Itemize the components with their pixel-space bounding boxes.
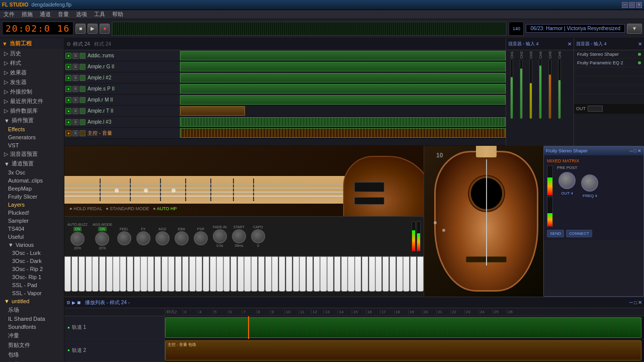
menu-channel[interactable]: 通道 — [38, 11, 52, 18]
plugin-item-4[interactable] — [574, 85, 644, 95]
maximize-button[interactable]: □ — [629, 2, 635, 8]
sidebar-item-fruity-slicer[interactable]: Fruity Slicer — [0, 193, 64, 201]
track-color-btn[interactable] — [79, 108, 86, 114]
track-solo-btn[interactable]: S — [72, 97, 78, 103]
sidebar-item-mixer-presets[interactable]: ▷ 混音器预置 — [0, 149, 64, 159]
knob[interactable] — [70, 232, 85, 246]
piano-white-key[interactable] — [417, 256, 424, 292]
knob[interactable] — [194, 231, 208, 245]
track-content[interactable] — [180, 83, 506, 94]
track-mute-btn[interactable]: ● — [65, 119, 71, 125]
sidebar-item-clips[interactable]: 剪贴文件 — [0, 340, 64, 350]
track-mute-btn[interactable]: ● — [65, 64, 71, 70]
piano-white-key[interactable] — [154, 256, 161, 292]
piano-white-key[interactable] — [410, 256, 417, 292]
sidebar-item-patterns[interactable]: ▷ 样式 — [0, 58, 64, 68]
piano-white-key[interactable] — [189, 256, 196, 292]
track-content[interactable] — [180, 128, 506, 138]
sidebar-item-sampler[interactable]: Sampler — [0, 217, 64, 225]
fader-track[interactable] — [558, 59, 561, 119]
fader-track[interactable] — [510, 59, 513, 119]
sidebar-item-effects[interactable]: ▷ 效果器 — [0, 68, 64, 77]
track-solo-btn[interactable]: S — [72, 86, 78, 92]
piano-white-key[interactable] — [127, 256, 133, 292]
playlist-min[interactable]: ─ — [629, 300, 633, 305]
piano-white-key[interactable] — [99, 256, 106, 292]
track-solo-btn[interactable]: S — [72, 108, 78, 114]
piano-white-key[interactable] — [113, 256, 119, 292]
sidebar-item-untitled[interactable]: ▼ untitled — [0, 297, 64, 305]
sidebar-item-beepmap[interactable]: BeepMap — [0, 185, 64, 193]
piano-white-key[interactable] — [223, 256, 230, 292]
track-mute-btn[interactable]: ● — [65, 97, 71, 103]
sidebar-item-plugin-db[interactable]: ▷ 插件数据库 — [0, 106, 64, 116]
playlist-close[interactable]: ✕ — [638, 300, 642, 305]
sidebar-item-rip2[interactable]: 3Osc - Rip 2 — [0, 265, 64, 273]
knob[interactable] — [117, 231, 131, 245]
fss-send-btn[interactable]: SEND — [547, 230, 564, 237]
fss-minimize[interactable]: ─ — [629, 148, 632, 153]
track-color-btn[interactable] — [79, 97, 86, 103]
track-content[interactable] — [180, 61, 506, 72]
piano-white-key[interactable] — [140, 256, 147, 292]
knob[interactable] — [232, 229, 246, 243]
piano-white-key[interactable] — [64, 256, 71, 292]
piano-white-key[interactable] — [403, 256, 410, 292]
piano-white-key[interactable] — [306, 256, 313, 292]
menu-options[interactable]: 选项 — [74, 11, 89, 18]
piano-white-key[interactable] — [162, 256, 168, 292]
piano-white-key[interactable] — [216, 256, 223, 292]
sidebar-item-envelope[interactable]: 包络 — [0, 350, 64, 359]
piano-white-key[interactable] — [320, 256, 327, 292]
plugin-item-2[interactable] — [574, 67, 644, 76]
stop-button[interactable]: ■ — [75, 24, 86, 34]
piano-white-key[interactable] — [244, 256, 251, 292]
sidebar-item-3xosc[interactable]: 3x Osc — [0, 168, 64, 176]
track-content[interactable] — [180, 72, 506, 83]
sidebar-item-stage[interactable]: 乐场 — [0, 305, 64, 315]
knob[interactable] — [136, 231, 150, 245]
play-button[interactable]: ▶ — [88, 24, 98, 34]
piano-white-key[interactable] — [196, 256, 202, 292]
sidebar-item-recent[interactable]: ▷ 最近所用文件 — [0, 97, 64, 106]
track-solo-btn[interactable]: S — [72, 53, 78, 59]
piano-white-key[interactable] — [134, 256, 140, 292]
track-solo-btn[interactable]: S — [72, 75, 78, 81]
sidebar-item-ssl-vapor[interactable]: SSL - Vapor — [0, 289, 64, 297]
piano-white-key[interactable] — [369, 256, 375, 292]
plugin-item-1[interactable]: Fruity Parametric EQ 2 — [574, 59, 644, 67]
sidebar-item-impulse[interactable]: 冲量 — [0, 331, 64, 340]
track-color-btn[interactable] — [79, 53, 86, 59]
sidebar-item-soundfonts[interactable]: Soundfonts — [0, 323, 64, 331]
on-label[interactable]: ON — [73, 227, 82, 231]
playlist-block[interactable] — [165, 317, 641, 338]
minimize-button[interactable]: ─ — [622, 2, 628, 8]
playlist-track-content[interactable]: 主控 - 音量 包络 — [165, 339, 644, 362]
sidebar-item-rip1[interactable]: 3Osc- Rip 1 — [0, 273, 64, 281]
track-solo-btn[interactable]: S — [72, 64, 78, 70]
sidebar-item-plucked[interactable]: Plucked! — [0, 209, 64, 217]
fader-track[interactable] — [520, 59, 523, 119]
menu-file[interactable]: 文件 — [2, 11, 16, 18]
knob[interactable] — [251, 229, 265, 243]
fss-close[interactable]: ✕ — [637, 148, 641, 153]
menu-audio[interactable]: 音量 — [56, 11, 70, 18]
piano-white-key[interactable] — [182, 256, 189, 292]
sidebar-item-useful[interactable]: Useful — [0, 233, 64, 241]
sidebar-item-channel-presets[interactable]: ▼ 通道预置 — [0, 159, 64, 168]
sidebar-item-lurk[interactable]: 3Osc - Lurk — [0, 249, 64, 257]
fss-connect-btn[interactable]: CONNECT — [566, 230, 592, 237]
track-solo-btn[interactable]: S — [72, 130, 78, 136]
piano-white-key[interactable] — [251, 256, 258, 292]
track-content[interactable] — [180, 50, 506, 61]
piano-white-key[interactable] — [279, 256, 285, 292]
pattern-selector[interactable]: ▼ — [627, 24, 642, 34]
piano-white-key[interactable] — [286, 256, 292, 292]
piano-white-key[interactable] — [396, 256, 403, 292]
plugin-item-5[interactable] — [574, 95, 644, 104]
piano-white-key[interactable] — [265, 256, 272, 292]
sidebar-item-il-shared[interactable]: IL Shared Data — [0, 315, 64, 323]
piano-white-key[interactable] — [175, 256, 182, 292]
fss-main-knob[interactable] — [558, 172, 576, 189]
piano-white-key[interactable] — [299, 256, 306, 292]
